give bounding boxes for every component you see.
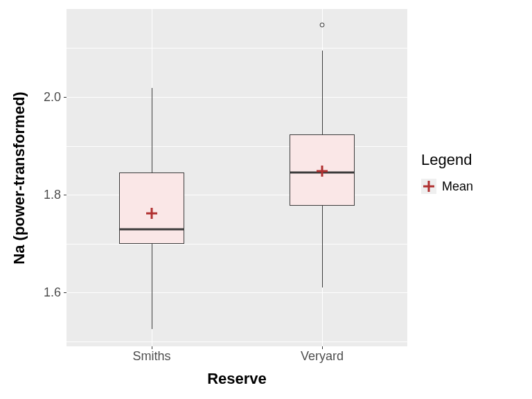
y-tick-label: 1.8: [44, 188, 61, 202]
legend: Legend Mean: [421, 151, 473, 194]
legend-entry-mean: Mean: [421, 179, 473, 194]
legend-label-mean: Mean: [442, 179, 473, 194]
legend-title: Legend: [421, 151, 473, 169]
x-tick-label: Veryard: [301, 349, 344, 364]
plot-panel: [66, 9, 407, 346]
mean-cross-icon: [146, 208, 157, 219]
legend-key: [421, 179, 436, 194]
y-tick-label: 1.6: [44, 285, 61, 300]
x-tick-label: Smiths: [132, 349, 170, 364]
x-axis-title: Reserve: [207, 370, 267, 388]
outlier-point: [320, 22, 325, 27]
y-tick-label: 2.0: [44, 90, 61, 105]
mean-cross-icon: [317, 166, 328, 177]
mean-cross-icon: [423, 181, 434, 192]
chart-root: Na (power-transformed) Reserve Legend Me…: [0, 0, 532, 399]
y-axis-title: Na (power-transformed): [10, 91, 28, 264]
